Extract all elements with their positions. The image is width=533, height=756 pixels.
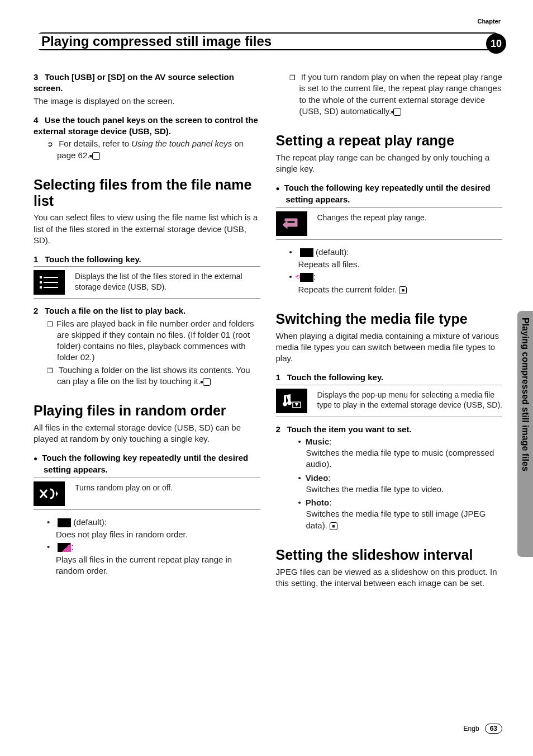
key-description: Turns random play on or off.: [75, 481, 173, 493]
random-key-icon[interactable]: [34, 481, 65, 506]
option-label: :: [313, 272, 316, 281]
svg-rect-0: [40, 276, 42, 278]
media-option: Video:: [276, 472, 503, 484]
key-description: Changes the repeat play range.: [317, 211, 427, 223]
left-column: 3Touch [USB] or [SD] on the AV source se…: [34, 72, 260, 597]
step-number: 2: [276, 424, 287, 435]
key-description-row: Changes the repeat play range.: [276, 207, 503, 240]
step-title: Touch the item you want to set.: [287, 424, 412, 434]
step-title: Touch [USB] or [SD] on the AV source sel…: [34, 72, 234, 93]
media-option: Music:: [276, 436, 503, 447]
step-number: 2: [34, 305, 45, 316]
section-heading: Switching the media file type: [276, 311, 503, 327]
cross-reference: For details, refer to Using the touch pa…: [34, 138, 260, 161]
list-key-icon[interactable]: [34, 270, 65, 295]
option-label: :: [71, 542, 73, 551]
page-number: 63: [485, 724, 502, 734]
media-type-key-icon[interactable]: [276, 389, 307, 413]
section-heading: Playing files in random order: [34, 403, 260, 419]
text: For details, refer to: [59, 139, 131, 148]
svg-rect-5: [44, 287, 58, 288]
step-number: 4: [34, 115, 45, 126]
option-label: Video: [306, 473, 329, 483]
option-label: (default):: [71, 517, 106, 527]
section-heading: Setting a repeat play range: [276, 133, 503, 149]
page-header: Playing compressed still image files: [34, 34, 502, 49]
section-intro: When playing a digital media containing …: [276, 330, 503, 365]
step-heading: 3Touch [USB] or [SD] on the AV source se…: [34, 72, 260, 94]
section-intro: JPEG files can be viewed as a slideshow …: [276, 566, 503, 589]
option-item: :: [276, 271, 503, 282]
reference-title: Using the touch panel keys: [131, 139, 232, 148]
right-column: If you turn random play on when the repe…: [276, 72, 503, 597]
note-item: Files are played back in file number ord…: [34, 318, 260, 363]
key-description-row: Displays the pop-up menu for selecting a…: [276, 385, 503, 417]
option-description: Switches the media file type to music (c…: [276, 447, 503, 470]
step-number: 3: [34, 72, 45, 83]
repeat-key-icon[interactable]: [276, 211, 307, 236]
end-mark-icon: [330, 522, 337, 530]
step-heading: 2Touch a file on the list to play back.: [34, 305, 260, 316]
note-item: Touching a folder on the list shows its …: [34, 365, 260, 388]
option-label: Photo: [306, 498, 330, 507]
svg-rect-4: [40, 286, 42, 289]
svg-rect-1: [44, 277, 58, 278]
svg-rect-2: [40, 281, 42, 284]
option-item: (default):: [276, 247, 503, 258]
media-option: Photo:: [276, 497, 503, 508]
action-heading: Touch the following key repeatedly until…: [276, 182, 503, 205]
svg-marker-8: [295, 403, 298, 407]
option-item: (default):: [34, 517, 260, 528]
option-description: Switches the media file type to still im…: [276, 508, 503, 531]
note-item: If you turn random play on when the repe…: [276, 72, 503, 117]
end-mark-icon: [203, 378, 211, 386]
step-title: Touch the following key.: [287, 372, 384, 382]
step-body: The image is displayed on the screen.: [34, 96, 260, 107]
option-description: Repeats the current folder.: [276, 284, 503, 295]
page-title: Playing compressed still image files: [34, 34, 276, 49]
section-intro: The repeat play range can be changed by …: [276, 152, 503, 175]
side-tab: Playing compressed still image files: [517, 311, 533, 557]
step-heading: 2Touch the item you want to set.: [276, 424, 503, 435]
random-off-icon: [58, 518, 71, 527]
section-intro: You can select files to view using the f…: [34, 212, 260, 246]
step-number: 1: [34, 254, 45, 265]
random-on-icon: [58, 543, 71, 552]
step-heading: 1Touch the following key.: [276, 372, 503, 383]
option-description: Plays all files in the current repeat pl…: [34, 554, 260, 577]
section-intro: All files in the external storage device…: [34, 422, 260, 445]
section-heading: Selecting files from the file name list: [34, 177, 260, 209]
key-description-row: Displays the list of the files stored in…: [34, 266, 260, 299]
svg-rect-3: [44, 282, 58, 283]
option-label: Music: [306, 437, 330, 446]
end-mark-icon: [92, 152, 100, 160]
option-description: Does not play files in random order.: [34, 529, 260, 540]
end-mark-icon: [393, 108, 401, 116]
action-heading: Touch the following key repeatedly until…: [34, 452, 260, 475]
step-heading: 4Use the touch panel keys on the screen …: [34, 115, 260, 138]
step-heading: 1Touch the following key.: [34, 254, 260, 265]
svg-marker-6: [56, 491, 58, 497]
page-footer: Engb 63: [464, 724, 502, 734]
text: Touching a folder on the list shows its …: [57, 365, 250, 386]
chapter-label: Chapter: [477, 18, 501, 25]
option-label: (default):: [313, 247, 349, 257]
option-description: Repeats all files.: [276, 259, 503, 270]
option-description: Switches the media file type to video.: [276, 484, 503, 495]
text: Repeats the current folder.: [298, 285, 397, 294]
step-title: Touch the following key.: [45, 254, 141, 264]
chapter-number-badge: 10: [486, 34, 506, 54]
step-title: Use the touch panel keys on the screen t…: [34, 115, 258, 136]
repeat-folder-icon: [300, 273, 313, 282]
key-description-row: Turns random play on or off.: [34, 478, 260, 510]
key-description: Displays the list of the files stored in…: [75, 270, 260, 292]
repeat-all-icon: [300, 248, 313, 257]
option-item: :: [34, 541, 260, 552]
footer-language: Engb: [464, 725, 479, 733]
section-heading: Setting the slideshow interval: [276, 547, 503, 563]
step-number: 1: [276, 372, 287, 383]
step-title: Touch a file on the list to play back.: [45, 306, 185, 315]
key-description: Displays the pop-up menu for selecting a…: [317, 389, 503, 411]
end-mark-icon: [399, 286, 407, 294]
